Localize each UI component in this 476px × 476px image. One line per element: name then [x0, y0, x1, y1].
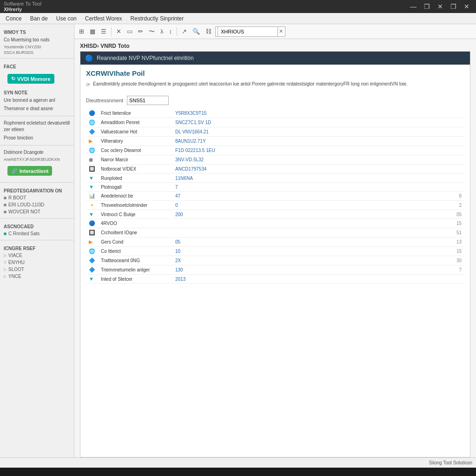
- attr-icon-16: 🔷: [89, 258, 95, 263]
- table-row: 📊 Anedelenoct be 47 8: [86, 192, 464, 201]
- toolbar-arr-btn[interactable]: ↕: [167, 27, 174, 36]
- table-row: 🔷 Valluestcarne Hot DL VNV1664.21: [86, 127, 464, 137]
- panel-header: 🔵 Reannedate NVP NVPfunctnel elnritlón: [80, 52, 470, 65]
- attr-extra-15: 15: [456, 249, 462, 254]
- attr-value-2: DL VNV1664.21: [175, 129, 209, 134]
- toolbar-sep-1: [111, 27, 112, 36]
- sidebar-divider-1: [0, 58, 74, 59]
- main-container: WMOY TS Co Muertsing too ruds Yourtemde …: [0, 24, 476, 457]
- window-controls: — ❐ ✕ ❐ ✕: [407, 2, 472, 11]
- attr-extra-11: 05: [456, 212, 462, 217]
- title-bar: Software To Tool XHrerly — ❐ ✕ ❐ ✕: [0, 0, 476, 13]
- close-button[interactable]: ✕: [435, 2, 446, 11]
- sidebar-item-viace[interactable]: ▷ VIACE: [0, 252, 74, 259]
- search-input[interactable]: [218, 26, 278, 37]
- arrow-icon-sloot: ▷: [4, 267, 7, 271]
- panel-header-title: Reannedate NVP NVPfunctnel elnritlón: [97, 55, 194, 61]
- form-title: XCRWIVIhate Poil: [86, 69, 464, 77]
- sidebar-item-sloot[interactable]: ▷ SLOOT: [0, 266, 74, 273]
- menu-restrductly[interactable]: Restrductly Sinprinter: [127, 14, 188, 23]
- sidebar-item-enyhu[interactable]: ▽ ENYHU: [0, 259, 74, 266]
- form-input-field[interactable]: [127, 96, 169, 105]
- attr-icon-0: 🔵: [89, 110, 95, 116]
- attr-name-0: Fnict Itetenilce: [101, 111, 131, 116]
- attr-extra-16: 30: [456, 258, 462, 263]
- restore-button[interactable]: ❐: [421, 2, 433, 11]
- attr-extra-17: 7: [459, 267, 462, 272]
- table-row: 🔷 Traltteoceamt 0NG 2X 30: [86, 256, 464, 265]
- toolbar-table-btn[interactable]: ▦: [88, 27, 97, 36]
- form-content: XCRWIVIhate Poil ⟳ Eamdtreldirly presote…: [80, 65, 470, 288]
- search-clear-btn[interactable]: ✕: [279, 28, 283, 34]
- window-title: XHrerly: [4, 7, 41, 12]
- attr-name-15: Co Itterict: [101, 249, 121, 254]
- sidebar-item-wovcer-label: WOVCER NOT: [8, 209, 40, 214]
- table-row: 🌐 Amraditlorn Penret SNCZ7C1.SV 1D: [86, 118, 464, 127]
- sidebar-item-sloot-label: SLOOT: [8, 267, 24, 272]
- toolbar-grid-btn[interactable]: ⊞: [77, 27, 86, 36]
- minimize-button[interactable]: —: [407, 2, 419, 11]
- vvdl-btn-label: VVDl Mnmore: [17, 76, 51, 82]
- attr-name-13: Crchoiltent IOqne: [101, 230, 137, 235]
- attr-name-9: Anedelenoct be: [101, 193, 133, 198]
- form-loading-icon: ⟳: [86, 82, 90, 88]
- sidebar-synnote-label: SYN Note: [0, 87, 74, 96]
- attr-value-16: 2X: [175, 258, 181, 263]
- dot-icon-eri: [4, 204, 7, 206]
- attr-name-14: Gers Cond: [101, 239, 123, 245]
- attr-value-10: 0: [175, 203, 178, 208]
- toolbar-close-btn[interactable]: ✕: [114, 27, 123, 36]
- table-row: 🔵 Fnict Itetenilce Y5R8X3C9T15: [86, 109, 464, 118]
- toolbar-lambda-btn[interactable]: λ: [159, 27, 165, 36]
- sidebar-note-text1: Ure bonned a ageron anl: [0, 96, 74, 105]
- attr-icon-10: 🔸: [89, 202, 95, 208]
- content-header: XHISD› VNRD Toto: [74, 39, 476, 51]
- sidebar-replace-text: Rophment ecletetsct devaturetill zer etl…: [0, 119, 74, 134]
- attr-name-7: Runploted: [101, 176, 122, 181]
- vvdl-btn[interactable]: ↻ VVDl Mnmore: [7, 74, 54, 84]
- table-row: 🔵 4RVOO 15: [86, 219, 464, 228]
- toolbar-pencil-btn[interactable]: ✏: [136, 27, 145, 36]
- table-row: ▶ Gers Cond 05 13: [86, 238, 464, 247]
- attr-icon-3: ▶: [89, 138, 93, 144]
- toolbar-list-btn[interactable]: ☰: [99, 27, 108, 36]
- attr-value-17: 130: [175, 267, 183, 272]
- sidebar-item-eri[interactable]: ERI LOUD-11I3D: [0, 201, 74, 208]
- toolbar-rect-btn[interactable]: ▭: [125, 27, 134, 36]
- toolbar-export-btn[interactable]: ↗: [180, 27, 189, 36]
- toolbar-import-btn[interactable]: 🔍: [191, 27, 202, 36]
- sidebar-item-ynce[interactable]: ▷ YNCE: [0, 273, 74, 280]
- sidebar-item-rboot[interactable]: R BOOT: [0, 194, 74, 201]
- sidebar-item-enyhu-label: ENYHU: [8, 260, 25, 265]
- table-row: ▼ Ptotnogall 7: [86, 183, 464, 192]
- attr-icon-18: ▼: [89, 276, 94, 282]
- attr-name-6: Notbrocat V/DEX: [101, 166, 136, 172]
- menu-usecon[interactable]: Use con: [53, 14, 80, 23]
- table-row: ▼ Runploted 11N6NA: [86, 174, 464, 183]
- close2-button[interactable]: ✕: [461, 2, 472, 11]
- attr-extra-9: 8: [459, 193, 462, 198]
- attr-name-1: Amraditlorn Penret: [101, 120, 139, 125]
- restore2-button[interactable]: ❐: [448, 2, 459, 11]
- attr-value-9: 47: [175, 193, 180, 198]
- table-row: ▶ Vilheratory 8AUN1U2.71Y: [86, 137, 464, 146]
- toolbar-link-btn[interactable]: ⛓: [204, 27, 213, 36]
- sidebar-runned-sats[interactable]: C Rnnited Sats: [0, 230, 74, 237]
- sidebar-divider-6: [0, 240, 74, 240]
- attr-value-3: 8AUN1U2.71Y: [175, 139, 206, 144]
- sidebar-prelogs-label: Preotesgamvation on: [0, 185, 74, 194]
- menu-conce[interactable]: Conce: [2, 14, 26, 23]
- sidebar-runned-sats-label: C Rnnited Sats: [8, 231, 40, 236]
- sidebar-item-wovcer[interactable]: WOVCER NOT: [0, 208, 74, 215]
- toolbar-sep-2: [177, 27, 177, 36]
- toolbar-wave-btn[interactable]: 〜: [147, 26, 157, 37]
- menu-bande[interactable]: Ban de: [26, 14, 52, 23]
- form-description: Eamdtreldirly presote thendlogment le pr…: [93, 81, 408, 87]
- table-row: 🔲 Notbrocat V/DEX ANCD1797534: [86, 165, 464, 174]
- sidebar-asc-label: ASCNOCAED: [0, 221, 74, 230]
- attr-value-0: Y5R8X3C9T15: [175, 111, 206, 116]
- interactiient-btn[interactable]: 🔗 Interactiient: [7, 166, 52, 176]
- menu-certfest[interactable]: Certfest Worex: [81, 14, 126, 23]
- attr-name-8: Ptotnogall: [101, 185, 121, 190]
- main-panel: 🔵 Reannedate NVP NVPfunctnel elnritlón X…: [80, 51, 470, 457]
